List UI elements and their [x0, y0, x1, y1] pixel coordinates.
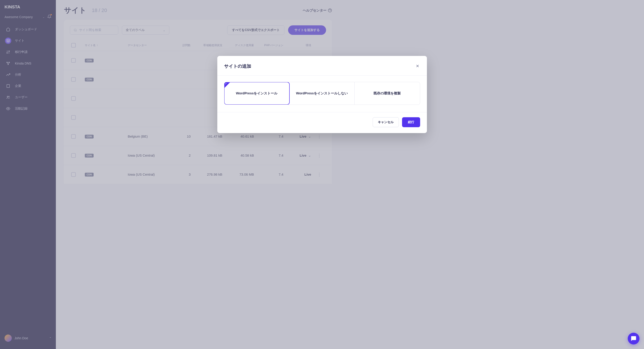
option-no-install[interactable]: WordPressをインストールしない: [290, 82, 340, 105]
modal-footer: キャンセル 続行: [217, 112, 340, 133]
option-label: WordPressをインストールしない: [296, 91, 340, 95]
modal-overlay[interactable]: サイトの追加 ✕ WordPressをインストール WordPressをインスト…: [0, 0, 340, 184]
modal-header: サイトの追加 ✕: [217, 56, 340, 76]
add-site-modal: サイトの追加 ✕ WordPressをインストール WordPressをインスト…: [217, 56, 340, 133]
modal-title: サイトの追加: [224, 63, 251, 69]
option-label: WordPressをインストール: [236, 91, 278, 95]
option-install-wordpress[interactable]: WordPressをインストール: [224, 82, 290, 105]
option-grid: WordPressをインストール WordPressをインストールしない 既存の…: [224, 82, 340, 105]
check-icon: [224, 82, 230, 88]
modal-body: WordPressをインストール WordPressをインストールしない 既存の…: [217, 76, 340, 112]
